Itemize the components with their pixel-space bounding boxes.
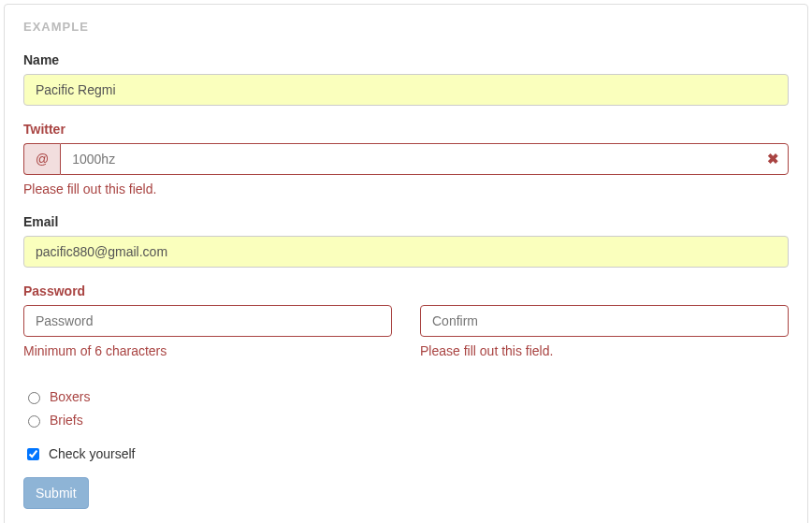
check-yourself-input[interactable] xyxy=(27,448,39,460)
email-label: Email xyxy=(23,212,58,231)
twitter-label: Twitter xyxy=(23,120,65,138)
check-group: Check yourself xyxy=(23,443,789,463)
password-input[interactable] xyxy=(23,305,392,337)
confirm-input[interactable] xyxy=(420,305,789,337)
twitter-input-group: @ ✖ xyxy=(23,143,789,175)
briefs-label: Briefs xyxy=(50,413,83,428)
twitter-input[interactable] xyxy=(60,143,789,175)
briefs-radio[interactable]: Briefs xyxy=(23,410,789,429)
boxers-label: Boxers xyxy=(50,389,91,404)
check-yourself[interactable]: Check yourself xyxy=(23,443,789,463)
password-error: Minimum of 6 characters xyxy=(23,341,392,360)
password-label: Password xyxy=(23,282,85,300)
twitter-addon: @ xyxy=(23,143,60,175)
boxers-radio-input[interactable] xyxy=(28,392,40,404)
name-group: Name xyxy=(23,51,789,106)
name-label: Name xyxy=(23,51,59,69)
submit-button[interactable]: Submit xyxy=(23,477,89,509)
name-input[interactable] xyxy=(23,74,789,106)
email-group: Email xyxy=(23,212,789,268)
boxers-radio[interactable]: Boxers xyxy=(23,386,789,406)
email-input[interactable] xyxy=(23,236,789,268)
check-yourself-label: Check yourself xyxy=(49,446,136,461)
confirm-error: Please fill out this field. xyxy=(420,341,789,360)
underwear-group: Boxers Briefs xyxy=(23,386,789,430)
briefs-radio-input[interactable] xyxy=(28,415,40,428)
example-panel: EXAMPLE Name Twitter @ ✖ Please fill out… xyxy=(4,4,808,523)
twitter-error: Please fill out this field. xyxy=(23,180,789,198)
twitter-group: Twitter @ ✖ Please fill out this field. xyxy=(23,120,789,198)
panel-title: EXAMPLE xyxy=(23,19,789,36)
password-group: Password Minimum of 6 characters Please … xyxy=(23,282,789,370)
